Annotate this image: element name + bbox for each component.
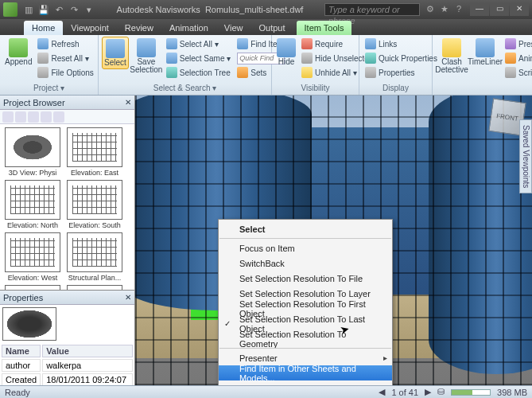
panel-visibility: Hide Require Hide Unselected Unhide All …	[272, 35, 359, 95]
panel-project: Append Refresh Reset All ▾ File Options …	[0, 35, 99, 95]
thumbnail-image	[67, 180, 122, 220]
tab-output[interactable]: Output	[251, 21, 293, 35]
links-icon	[365, 38, 376, 49]
sheet-thumbnail[interactable]	[3, 285, 62, 290]
timeliner-button[interactable]: TimeLiner	[469, 37, 501, 68]
thumbnail-image	[67, 285, 122, 290]
context-menu: Select Focus on Item SwitchBack Set Sele…	[218, 219, 393, 398]
properties-title[interactable]: Properties✕	[0, 291, 134, 305]
prop-value: 18/01/2011 09:24:07	[42, 373, 133, 385]
tab-item-tools[interactable]: Item Tools	[297, 21, 352, 35]
hide-unsel-icon	[301, 53, 313, 64]
clash-icon	[442, 38, 461, 57]
tab-home[interactable]: Home	[24, 21, 63, 35]
presenter-button[interactable]: Presenter	[503, 37, 532, 51]
sheet-thumbnail[interactable]: Elevation: East	[65, 127, 124, 177]
ctx-resolution-geometry[interactable]: Set Selection Resolution To Geometry	[219, 331, 392, 346]
thumbnail-caption: Elevation: South	[66, 221, 123, 229]
browser-tool-icon[interactable]	[15, 111, 26, 123]
prop-header-value[interactable]: Value	[42, 345, 133, 357]
properties-icon	[365, 67, 376, 78]
title-bar: ▥ 💾 ↶ ↷ ▾ Autodesk Navisworks Romulus_mu…	[0, 0, 532, 19]
infocenter-icon[interactable]: ⚙	[425, 4, 436, 15]
sheet-thumbnail[interactable]: Elevation: North	[3, 180, 62, 229]
maximize-button[interactable]: ▭	[490, 3, 509, 16]
star-icon[interactable]: ★	[439, 4, 450, 15]
select-all-button[interactable]: Select All ▾	[164, 37, 233, 51]
qat-redo-icon[interactable]: ↷	[68, 3, 80, 16]
sheet-thumbnail[interactable]: 3D View: Physi	[3, 127, 62, 177]
prop-header-name[interactable]: Name	[2, 345, 41, 357]
sheet-nav-prev-icon[interactable]: ◀	[379, 387, 385, 397]
thumbnail-image	[67, 127, 122, 167]
qat-dropdown-icon[interactable]: ▾	[83, 3, 95, 16]
help-search-input[interactable]: Type a keyword or phrase	[324, 3, 420, 16]
quick-properties-button[interactable]: Quick Properties	[363, 51, 440, 65]
animator-icon	[505, 53, 516, 64]
sheet-thumbnail[interactable]	[65, 285, 124, 290]
selection-tree-button[interactable]: Selection Tree	[164, 65, 233, 80]
panel-title-tools: Tools	[433, 84, 532, 95]
app-logo-icon[interactable]	[3, 2, 17, 17]
ctx-focus-item[interactable]: Focus on Item	[219, 240, 392, 256]
tab-viewpoint[interactable]: Viewpoint	[63, 21, 117, 35]
select-same-button[interactable]: Select Same ▾	[164, 51, 233, 65]
properties-body[interactable]: NameValue authorwalkerpaCreated18/01/201…	[0, 305, 134, 385]
properties-button[interactable]: Properties	[363, 65, 440, 80]
qat-save-icon[interactable]: 💾	[37, 3, 50, 16]
append-button[interactable]: Append	[3, 37, 33, 68]
ctx-switchback[interactable]: SwitchBack	[219, 256, 392, 271]
qat-undo-icon[interactable]: ↶	[52, 3, 65, 16]
help-icon[interactable]: ?	[453, 4, 464, 15]
qat-open-icon[interactable]: ▥	[22, 3, 35, 16]
window-buttons: — ▭ ✕	[469, 3, 529, 16]
file-options-icon	[37, 67, 49, 78]
property-row[interactable]: Created18/01/2011 09:24:07	[2, 373, 133, 385]
sheet-nav-next-icon[interactable]: ▶	[425, 387, 431, 397]
sheet-thumbnail[interactable]: Structural Plan...	[65, 232, 124, 282]
save-selection-button[interactable]: Save Selection	[130, 37, 162, 76]
hide-icon	[277, 38, 296, 57]
sheet-indicator: 1 of 41	[391, 388, 418, 397]
tab-view[interactable]: View	[216, 21, 251, 35]
scripter-button[interactable]: Scripter	[503, 65, 532, 80]
window-title: Autodesk Navisworks Romulus_multi-sheet.…	[95, 5, 324, 14]
panel-title-project[interactable]: Project ▾	[0, 84, 98, 95]
tab-review[interactable]: Review	[117, 21, 161, 35]
project-browser-title[interactable]: Project Browser✕	[0, 96, 134, 110]
animator-button[interactable]: Animator	[503, 51, 532, 65]
sheet-thumbnail[interactable]: Elevation: West	[3, 232, 62, 282]
browser-tool-icon[interactable]	[41, 111, 52, 123]
properties-pane: Properties✕ NameValue authorwalkerpaCrea…	[0, 290, 134, 385]
panel-title-select[interactable]: Select & Search ▾	[99, 84, 271, 95]
file-options-button[interactable]: File Options	[35, 65, 95, 80]
ctx-resolution-file[interactable]: Set Selection Resolution To File	[219, 271, 392, 286]
browser-close-icon[interactable]: ✕	[125, 98, 131, 107]
refresh-button[interactable]: Refresh	[35, 37, 95, 51]
select-button[interactable]: Select	[102, 37, 129, 69]
ribbon-tabs: Home Viewpoint Review Animation View Out…	[0, 19, 532, 35]
property-row[interactable]: authorwalkerpa	[2, 359, 133, 372]
hide-button[interactable]: Hide	[275, 37, 297, 68]
saved-viewpoints-tab[interactable]: Saved Viewpoints	[519, 119, 532, 193]
browser-body[interactable]: 3D View: PhysiElevation: EastElevation: …	[0, 124, 134, 290]
browser-tool-icon[interactable]	[28, 111, 39, 123]
browser-tool-icon[interactable]	[53, 111, 64, 123]
browser-tool-icon[interactable]	[2, 111, 14, 123]
ctx-find-item-other-sheets[interactable]: Find Item in Other Sheets and Models...	[219, 365, 392, 380]
minimize-button[interactable]: —	[470, 3, 489, 16]
memory-bar	[451, 389, 491, 396]
append-icon	[9, 38, 28, 57]
tab-animation[interactable]: Animation	[161, 21, 216, 35]
clash-detective-button[interactable]: Clash Detective	[436, 37, 468, 76]
links-button[interactable]: Links	[363, 37, 440, 51]
reset-all-button[interactable]: Reset All ▾	[35, 51, 95, 65]
prop-name: author	[2, 359, 41, 372]
close-button[interactable]: ✕	[510, 3, 529, 16]
sets-icon	[237, 67, 248, 78]
properties-close-icon[interactable]: ✕	[125, 293, 131, 302]
ctx-select[interactable]: Select	[219, 221, 392, 236]
sheet-thumbnail[interactable]: Elevation: South	[65, 180, 124, 229]
panel-display: Links Quick Properties Properties Displa…	[359, 35, 433, 95]
tree-icon	[166, 67, 177, 78]
